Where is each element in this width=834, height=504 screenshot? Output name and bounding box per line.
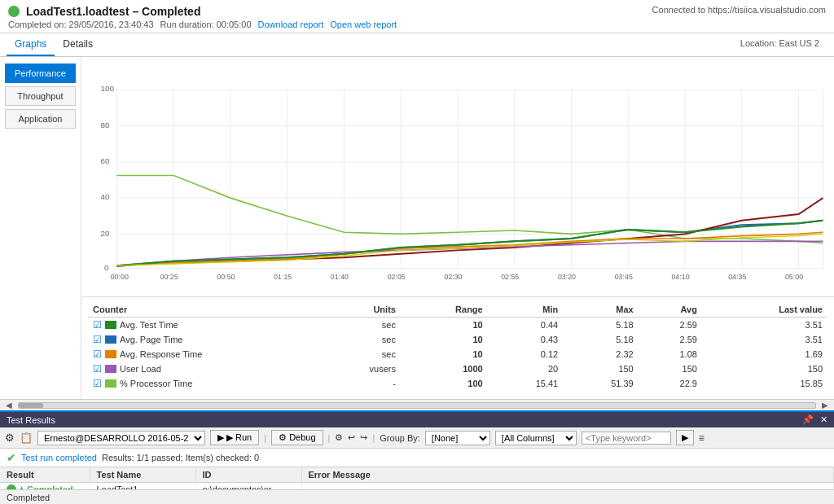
- col-last-value: Last value: [702, 302, 827, 318]
- legend-last-value: 3.51: [702, 332, 827, 347]
- legend-checkbox[interactable]: ☑: [93, 334, 102, 345]
- pin-icon[interactable]: 📌: [802, 414, 814, 425]
- test-results-title: Test Results: [7, 415, 55, 425]
- group-by-label: Group By:: [380, 433, 420, 443]
- legend-row[interactable]: ☑ User Load vusers 1000 20 150 150 150: [88, 362, 827, 376]
- svg-text:00:50: 00:50: [217, 273, 235, 281]
- svg-text:04:35: 04:35: [728, 273, 746, 281]
- legend-avg: 2.59: [639, 332, 702, 347]
- legend-checkbox[interactable]: ☑: [93, 378, 102, 389]
- legend-checkbox[interactable]: ☑: [93, 319, 102, 331]
- legend-range: 10: [401, 318, 488, 333]
- legend-last-value: 150: [702, 362, 827, 376]
- col-range: Range: [401, 302, 488, 318]
- svg-text:05:00: 05:00: [785, 273, 803, 281]
- test-results-text: Results: 1/1 passed; Item(s) checked: 0: [102, 453, 259, 462]
- toolbar-icon-1[interactable]: ⚙: [5, 432, 15, 444]
- chart-type-sidebar: Performance Throughput Application: [0, 57, 81, 399]
- legend-units: sec: [316, 318, 401, 333]
- svg-text:03:45: 03:45: [615, 273, 633, 281]
- run-label: ▶ Run: [226, 432, 252, 443]
- performance-button[interactable]: Performance: [5, 64, 76, 83]
- svg-text:01:15: 01:15: [274, 273, 292, 281]
- run-button[interactable]: ▶ ▶ Run: [210, 430, 259, 445]
- columns-select[interactable]: [All Columns]: [495, 431, 577, 445]
- open-web-report-link[interactable]: Open web report: [330, 20, 397, 29]
- legend-checkbox[interactable]: ☑: [93, 348, 102, 360]
- legend-max: 150: [563, 362, 639, 376]
- legend-color: [105, 321, 116, 329]
- legend-label: User Load: [120, 364, 161, 374]
- tab-graphs[interactable]: Graphs: [7, 33, 55, 56]
- legend-last-value: 15.85: [702, 376, 827, 391]
- col-result: Result: [0, 467, 90, 483]
- legend-counter-cell: ☑ User Load: [88, 362, 316, 376]
- svg-text:01:40: 01:40: [331, 273, 349, 281]
- svg-text:02:55: 02:55: [501, 273, 519, 281]
- svg-text:60: 60: [101, 156, 111, 165]
- application-button[interactable]: Application: [5, 109, 76, 129]
- svg-text:03:20: 03:20: [558, 273, 576, 281]
- throughput-button[interactable]: Throughput: [5, 86, 76, 106]
- legend-max: 2.32: [563, 347, 639, 362]
- tab-details[interactable]: Details: [55, 33, 101, 56]
- keyword-search[interactable]: [582, 432, 671, 445]
- scroll-right-arrow[interactable]: ▶: [819, 401, 831, 410]
- toolbar-icon-2[interactable]: 📋: [20, 432, 33, 444]
- debug-button[interactable]: ⚙ Debug: [271, 430, 323, 445]
- horizontal-scrollbar[interactable]: ◀ ▶: [0, 399, 834, 410]
- user-selector[interactable]: Ernesto@DESARROLLO 2016-05-2: [37, 431, 205, 445]
- legend-row[interactable]: ☑ Avg. Test Time sec 10 0.44 5.18 2.59 3…: [88, 318, 827, 333]
- legend-row[interactable]: ☑ Avg. Page Time sec 10 0.43 5.18 2.59 3…: [88, 332, 827, 347]
- group-by-select[interactable]: [None]: [425, 431, 490, 445]
- toolbar-separator-1: |: [264, 433, 266, 443]
- legend-data-table: Counter Units Range Min Max Avg Last val…: [88, 302, 827, 391]
- status-bar: Completed: [0, 489, 834, 504]
- legend-label: Avg. Response Time: [120, 349, 202, 359]
- col-avg: Avg: [639, 302, 702, 318]
- chart-legend: Counter Units Range Min Max Avg Last val…: [81, 296, 834, 396]
- location-label: Location: East US 2: [732, 33, 827, 56]
- search-execute-button[interactable]: ▶: [676, 430, 694, 445]
- legend-min: 0.43: [488, 332, 564, 347]
- toolbar-icon-6[interactable]: ≡: [699, 432, 705, 444]
- legend-units: vusers: [316, 362, 401, 376]
- col-error: Error Message: [301, 467, 834, 483]
- toolbar-icon-5[interactable]: ↪: [360, 432, 367, 443]
- legend-range: 100: [401, 376, 488, 391]
- svg-text:02:30: 02:30: [444, 273, 462, 281]
- legend-units: -: [316, 376, 401, 391]
- legend-row[interactable]: ☑ Avg. Response Time sec 10 0.12 2.32 1.…: [88, 347, 827, 362]
- legend-units: sec: [316, 332, 401, 347]
- svg-text:00:00: 00:00: [111, 273, 129, 281]
- chart-area: 100 80 60 40 20 0: [81, 57, 834, 399]
- test-run-status: ✔ Test run completed Results: 1/1 passed…: [0, 449, 834, 467]
- toolbar-icon-3[interactable]: ⚙: [335, 432, 343, 443]
- svg-text:80: 80: [101, 121, 111, 129]
- col-test-name: Test Name: [90, 467, 195, 483]
- test-run-completed-link[interactable]: Test run completed: [21, 453, 97, 462]
- header-meta: Completed on: 29/05/2016, 23:40:43 Run d…: [8, 20, 826, 29]
- legend-last-value: 1.69: [702, 347, 827, 362]
- legend-color: [105, 335, 116, 344]
- svg-text:40: 40: [101, 192, 111, 201]
- legend-min: 0.44: [488, 318, 564, 333]
- scroll-left-arrow[interactable]: ◀: [3, 401, 15, 410]
- tab-bar: Graphs Details Location: East US 2: [0, 33, 834, 57]
- test-results-header: Test Results 📌 ✕: [0, 412, 834, 427]
- legend-label: Avg. Page Time: [120, 335, 182, 344]
- status-icon: [8, 6, 20, 17]
- legend-checkbox[interactable]: ☑: [93, 363, 102, 375]
- legend-units: sec: [316, 347, 401, 362]
- legend-range: 1000: [401, 362, 488, 376]
- performance-chart: 100 80 60 40 20 0: [81, 60, 834, 296]
- legend-range: 10: [401, 332, 488, 347]
- run-duration: Run duration: 00:05:00: [160, 20, 252, 29]
- toolbar-icon-4[interactable]: ↩: [348, 432, 355, 443]
- svg-text:20: 20: [101, 229, 111, 238]
- close-panel-icon[interactable]: ✕: [820, 414, 827, 425]
- legend-last-value: 3.51: [702, 318, 827, 333]
- run-icon: ▶: [217, 432, 224, 443]
- legend-row[interactable]: ☑ % Processor Time - 100 15.41 51.39 22.…: [88, 376, 827, 391]
- download-report-link[interactable]: Download report: [258, 20, 324, 29]
